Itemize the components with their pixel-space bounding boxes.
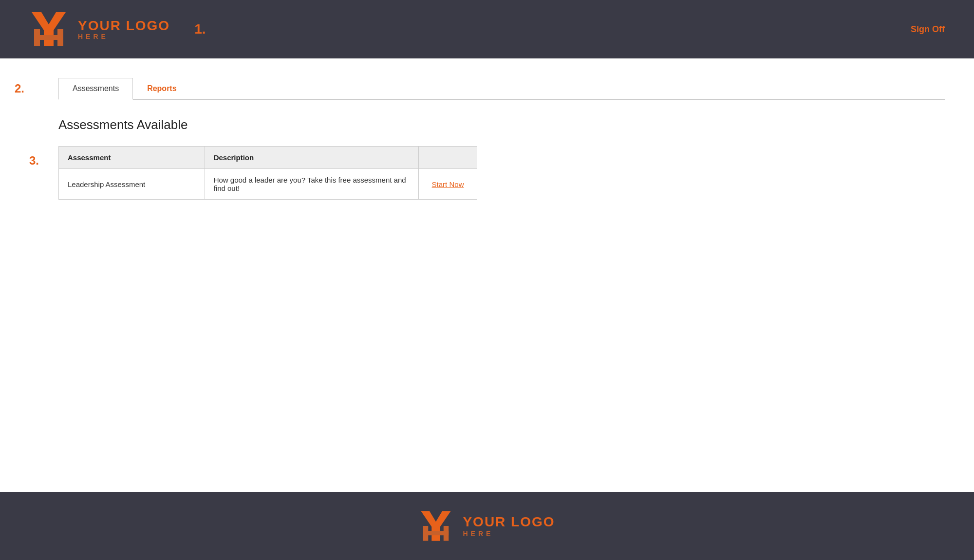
cell-assessment-name: Leadership Assessment	[59, 169, 205, 200]
section-title: Assessments Available	[58, 117, 945, 132]
table-row: Leadership Assessment How good a leader …	[59, 169, 477, 200]
logo-title: YOUR LOGO	[78, 18, 170, 34]
cell-assessment-description: How good a leader are you? Take this fre…	[205, 169, 418, 200]
logo-text: YOUR LOGO HERE	[78, 18, 170, 40]
assessments-table: Assessment Description Leadership Assess…	[58, 146, 477, 200]
table-step-label: 3.	[29, 154, 39, 168]
header-step: 1.	[194, 21, 206, 37]
sign-off-button[interactable]: Sign Off	[911, 24, 945, 35]
footer: YOUR LOGO HERE	[0, 492, 974, 560]
col-header-assessment: Assessment	[59, 147, 205, 169]
main-step-label: 2.	[15, 82, 24, 95]
table-wrapper: 3. Assessment Description Leadership Ass…	[58, 146, 945, 200]
cell-action: Start Now	[419, 169, 477, 200]
col-header-description: Description	[205, 147, 418, 169]
main-content: 2. Assessments Reports Assessments Avail…	[0, 58, 974, 492]
footer-logo-text: YOUR LOGO HERE	[463, 514, 555, 538]
header: YOUR LOGO HERE 1. Sign Off	[0, 0, 974, 58]
header-left: YOUR LOGO HERE 1.	[29, 10, 206, 49]
col-header-action	[419, 147, 477, 169]
svg-rect-7	[423, 531, 449, 536]
footer-logo-sub: HERE	[463, 530, 555, 538]
logo-sub: HERE	[78, 33, 170, 40]
logo-icon	[29, 10, 68, 49]
tab-reports[interactable]: Reports	[133, 78, 190, 99]
table-header-row: Assessment Description	[59, 147, 477, 169]
start-now-button[interactable]: Start Now	[432, 180, 464, 188]
tabs-container: Assessments Reports	[58, 78, 945, 100]
footer-logo-icon	[419, 509, 453, 543]
svg-rect-3	[34, 35, 63, 40]
tab-assessments[interactable]: Assessments	[58, 78, 133, 100]
footer-logo-title: YOUR LOGO	[463, 514, 555, 530]
